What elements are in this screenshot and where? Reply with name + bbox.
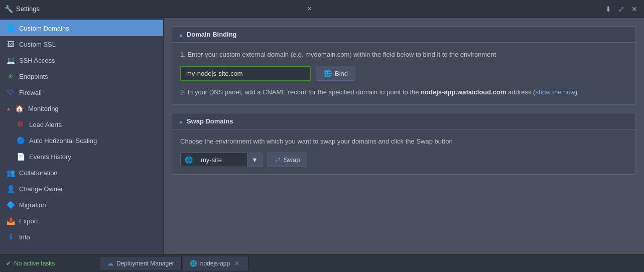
custom-domains-icon: 🌐 xyxy=(6,24,15,33)
tab-deployment-manager[interactable]: ☁ Deployment Manager xyxy=(100,257,182,270)
swap-domains-section: ▲ Swap Domains Choose the environment wi… xyxy=(172,113,636,175)
sidebar-item-ssh-access[interactable]: 💻 SSH Access xyxy=(0,52,163,68)
domain-instruction-2: 2. In your DNS panel, add a CNAME record… xyxy=(180,87,627,98)
download-button[interactable]: ⬇ xyxy=(603,4,614,14)
swap-select-value: my-site xyxy=(197,153,247,167)
domain-instruction-1: 1. Enter your custom external domain (e.… xyxy=(180,50,627,60)
auto-scaling-icon: 🔵 xyxy=(16,136,25,145)
title-bar: 🔧 Settings ✕ ⬇ ⤢ ✕ xyxy=(0,0,644,18)
swap-row: 🌐 my-site ▼ ⇄ Swap xyxy=(180,153,627,167)
ssh-access-icon: 💻 xyxy=(6,56,15,65)
domain-binding-body: 1. Enter your custom external domain (e.… xyxy=(172,43,635,104)
taskbar-tabs: ☁ Deployment Manager 🌐 nodejs-app ✕ xyxy=(100,256,248,270)
sidebar-item-change-owner[interactable]: 👤 Change Owner xyxy=(0,181,163,197)
close-button[interactable]: ✕ xyxy=(629,4,640,14)
nodejs-app-icon: 🌐 xyxy=(190,260,197,267)
firewall-icon: 🛡 xyxy=(6,88,15,97)
swap-instruction: Choose the environment with which you wa… xyxy=(180,137,627,147)
sidebar-item-events-history[interactable]: 📄 Events History xyxy=(0,149,163,165)
deployment-manager-icon: ☁ xyxy=(107,260,113,267)
settings-icon: 🔧 xyxy=(4,5,13,14)
main-layout: 🌐 Custom Domains 🖼 Custom SSL 💻 SSH Acce… xyxy=(0,18,644,254)
taskbar-status: ✔ No active tasks xyxy=(0,260,100,267)
title-bar-actions: ⬇ ⤢ ✕ xyxy=(603,4,640,14)
export-icon: 📤 xyxy=(6,216,15,225)
sidebar-item-migration[interactable]: 🔷 Migration xyxy=(0,197,163,213)
bind-icon: 🌐 xyxy=(323,69,332,77)
swap-button[interactable]: ⇄ Swap xyxy=(268,153,308,167)
swap-env-icon: 🌐 xyxy=(181,153,197,167)
load-alerts-icon: ✉ xyxy=(16,120,25,129)
custom-ssl-icon: 🖼 xyxy=(6,40,15,49)
sidebar-item-custom-ssl[interactable]: 🖼 Custom SSL xyxy=(0,36,163,52)
domain-binding-arrow: ▲ xyxy=(178,32,184,38)
title-tab-close[interactable]: ✕ xyxy=(304,4,315,14)
swap-dropdown-arrow[interactable]: ▼ xyxy=(247,153,262,167)
domain-binding-section: ▲ Domain Binding 1. Enter your custom ex… xyxy=(172,26,636,105)
swap-domains-body: Choose the environment with which you wa… xyxy=(172,129,635,174)
window-title: Settings xyxy=(16,5,304,13)
sidebar-item-custom-domains[interactable]: 🌐 Custom Domains xyxy=(0,20,163,36)
sidebar-item-monitoring[interactable]: ▲ 🏠 Monitoring xyxy=(0,100,163,116)
sidebar-item-endpoints[interactable]: ✳ Endpoints xyxy=(0,68,163,84)
domain-binding-header: ▲ Domain Binding xyxy=(172,27,635,43)
taskbar: ✔ No active tasks ☁ Deployment Manager 🌐… xyxy=(0,254,644,272)
endpoints-icon: ✳ xyxy=(6,72,15,81)
monitoring-expand-icon: ▲ xyxy=(6,106,11,111)
cname-domain: nodejs-app.wafaicloud.com xyxy=(421,88,506,96)
sidebar: 🌐 Custom Domains 🖼 Custom SSL 💻 SSH Acce… xyxy=(0,18,164,254)
sidebar-item-collaboration[interactable]: 👥 Collaboration xyxy=(0,165,163,181)
swap-domains-arrow: ▲ xyxy=(178,118,184,124)
sidebar-item-auto-horizontal-scaling[interactable]: 🔵 Auto Horizontal Scaling xyxy=(0,132,163,149)
content-area: ▲ Domain Binding 1. Enter your custom ex… xyxy=(164,18,644,254)
sidebar-item-export[interactable]: 📤 Export xyxy=(0,213,163,229)
domain-input-row: 🌐 Bind xyxy=(180,66,627,81)
sidebar-item-firewall[interactable]: 🛡 Firewall xyxy=(0,84,163,100)
change-owner-icon: 👤 xyxy=(6,184,15,193)
monitoring-icon: 🏠 xyxy=(15,104,24,113)
domain-input[interactable] xyxy=(180,66,311,81)
sidebar-item-load-alerts[interactable]: ✉ Load Alerts xyxy=(0,116,163,132)
maximize-button[interactable]: ⤢ xyxy=(616,4,627,14)
info-icon: ℹ xyxy=(6,232,15,241)
swap-select-wrapper[interactable]: 🌐 my-site ▼ xyxy=(180,153,263,167)
events-history-icon: 📄 xyxy=(16,152,25,161)
nodejs-app-tab-close[interactable]: ✕ xyxy=(233,259,241,267)
show-me-how-link[interactable]: show me how xyxy=(535,88,575,96)
swap-icon: ⇄ xyxy=(275,156,281,164)
tab-nodejs-app[interactable]: 🌐 nodejs-app ✕ xyxy=(183,256,248,270)
sidebar-item-info[interactable]: ℹ Info xyxy=(0,229,163,245)
bind-button[interactable]: 🌐 Bind xyxy=(316,66,355,81)
collaboration-icon: 👥 xyxy=(6,168,15,177)
check-icon: ✔ xyxy=(6,260,11,267)
swap-domains-header: ▲ Swap Domains xyxy=(172,113,635,129)
migration-icon: 🔷 xyxy=(6,200,15,209)
